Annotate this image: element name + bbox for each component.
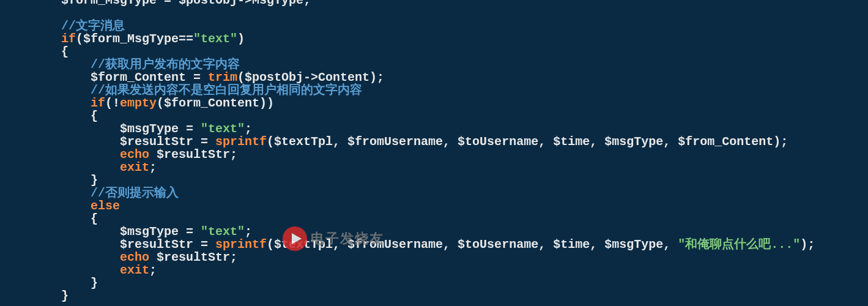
code-line: exit;	[61, 160, 157, 174]
code-line: echo $resultStr;	[61, 147, 237, 162]
code-line: }	[61, 289, 69, 303]
code-line: if($form_MsgType=="text")	[61, 32, 245, 46]
code-block: $form_MsgType = $postObj->MsgType; //文字消…	[0, 0, 868, 302]
code-line: if(!empty($form_Content))	[61, 96, 274, 110]
code-line: exit;	[61, 263, 157, 277]
code-line: $form_MsgType = $postObj->MsgType;	[61, 0, 311, 7]
code-line: else	[61, 199, 120, 213]
code-comment: //否则提示输入	[61, 186, 179, 200]
code-line: {	[61, 109, 98, 123]
code-comment: //获取用户发布的文字内容	[61, 58, 240, 72]
code-line: {	[61, 212, 98, 226]
code-line: echo $resultStr;	[61, 250, 237, 264]
code-line: }	[61, 276, 98, 290]
code-comment: //文字消息	[61, 19, 125, 33]
code-line: $resultStr = sprintf($textTpl, $fromUser…	[61, 135, 788, 149]
code-line: }	[61, 173, 98, 187]
code-comment: //如果发送内容不是空白回复用户相同的文字内容	[61, 83, 362, 97]
code-line: $form_Content = trim($postObj->Content);	[61, 70, 384, 84]
code-line: {	[61, 45, 69, 59]
code-line: $msgType = "text";	[61, 122, 252, 136]
code-line: $msgType = "text";	[61, 225, 252, 239]
code-line: $resultStr = sprintf($textTpl, $fromUser…	[61, 237, 815, 252]
